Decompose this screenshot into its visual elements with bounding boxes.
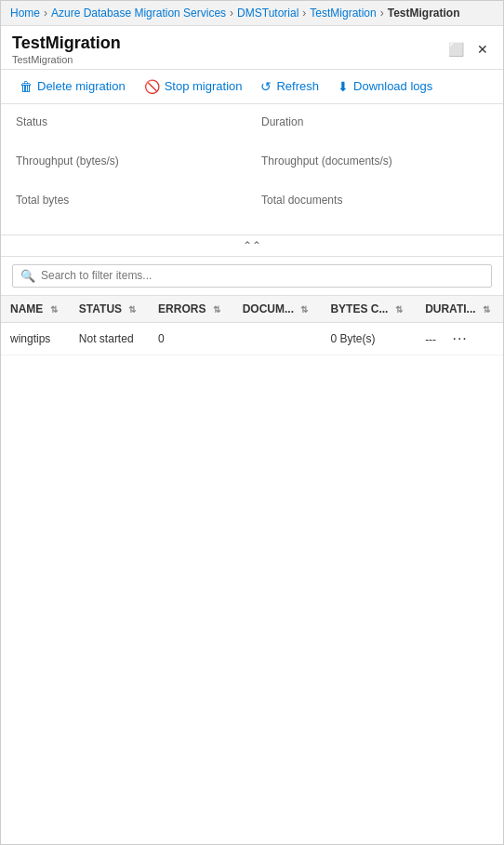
cell-bytes: 0 Byte(s) bbox=[321, 322, 416, 355]
title-content: TestMigration TestMigration bbox=[12, 34, 444, 65]
stat-total-docs-value bbox=[261, 207, 488, 223]
page-title: TestMigration bbox=[12, 34, 444, 54]
col-status[interactable]: STATUS ⇅ bbox=[70, 296, 149, 323]
window-controls: ⬜ ✕ bbox=[444, 40, 492, 59]
stat-throughput-bytes-label: Throughput (bytes/s) bbox=[16, 154, 243, 168]
toolbar: 🗑 Delete migration 🚫 Stop migration ↺ Re… bbox=[1, 70, 503, 104]
breadcrumb: Home › Azure Database Migration Services… bbox=[1, 1, 503, 26]
cell-documents bbox=[233, 322, 322, 355]
search-icon: 🔍 bbox=[20, 269, 35, 283]
breadcrumb-dms[interactable]: Azure Database Migration Services bbox=[51, 7, 226, 20]
stats-section: Status Duration Throughput (bytes/s) Thr… bbox=[1, 104, 503, 235]
sort-bytes-icon: ⇅ bbox=[395, 304, 403, 315]
collapse-button[interactable]: ⌃⌃ bbox=[1, 235, 503, 257]
stat-status-value bbox=[16, 128, 243, 145]
page-subtitle: TestMigration bbox=[12, 54, 444, 65]
table-wrap: NAME ⇅ STATUS ⇅ ERRORS ⇅ DOCUM... ⇅ BYTE… bbox=[1, 296, 503, 355]
stat-duration-label: Duration bbox=[261, 115, 488, 128]
sort-documents-icon: ⇅ bbox=[300, 304, 308, 315]
stat-duration: Duration bbox=[261, 115, 488, 145]
delete-icon: 🗑 bbox=[20, 79, 33, 94]
search-input[interactable] bbox=[41, 269, 484, 282]
table-header-row: NAME ⇅ STATUS ⇅ ERRORS ⇅ DOCUM... ⇅ BYTE… bbox=[1, 296, 503, 323]
stop-label: Stop migration bbox=[165, 79, 243, 93]
stat-duration-value bbox=[261, 128, 488, 145]
stop-migration-button[interactable]: 🚫 Stop migration bbox=[137, 75, 250, 98]
breadcrumb-testmigration[interactable]: TestMigration bbox=[310, 7, 376, 20]
search-input-wrap: 🔍 bbox=[12, 264, 492, 288]
cell-name: wingtips bbox=[1, 322, 70, 355]
stop-icon: 🚫 bbox=[144, 79, 160, 94]
download-label: Download logs bbox=[353, 79, 432, 93]
sort-name-icon: ⇅ bbox=[50, 304, 58, 315]
stat-total-bytes-label: Total bytes bbox=[16, 194, 243, 207]
delete-migration-button[interactable]: 🗑 Delete migration bbox=[12, 75, 133, 98]
stat-status-label: Status bbox=[16, 115, 243, 128]
breadcrumb-sep-4: › bbox=[380, 7, 384, 20]
breadcrumb-home[interactable]: Home bbox=[10, 7, 40, 20]
cell-duration: --- ··· bbox=[416, 322, 503, 355]
breadcrumb-dmstutorial[interactable]: DMSTutorial bbox=[237, 7, 298, 20]
stat-total-bytes: Total bytes bbox=[16, 194, 243, 223]
col-bytes[interactable]: BYTES C... ⇅ bbox=[321, 296, 416, 323]
more-options-button[interactable]: ··· bbox=[448, 330, 471, 347]
download-logs-button[interactable]: ⬇ Download logs bbox=[330, 75, 440, 98]
stat-throughput-bytes: Throughput (bytes/s) bbox=[16, 154, 243, 184]
stat-throughput-docs-label: Throughput (documents/s) bbox=[261, 154, 488, 168]
sort-duration-icon: ⇅ bbox=[483, 304, 490, 315]
breadcrumb-sep-1: › bbox=[44, 7, 47, 20]
breadcrumb-current: TestMigration bbox=[388, 7, 460, 20]
window-restore-button[interactable]: ⬜ bbox=[444, 40, 468, 59]
window-close-button[interactable]: ✕ bbox=[473, 40, 492, 59]
stat-total-docs: Total documents bbox=[261, 194, 488, 223]
stat-total-bytes-value bbox=[16, 207, 243, 223]
sort-errors-icon: ⇅ bbox=[213, 304, 220, 315]
stat-throughput-bytes-value bbox=[16, 168, 243, 184]
download-icon: ⬇ bbox=[338, 79, 349, 94]
breadcrumb-sep-2: › bbox=[230, 7, 233, 20]
col-documents[interactable]: DOCUM... ⇅ bbox=[233, 296, 322, 323]
cell-errors: 0 bbox=[149, 322, 233, 355]
collapse-arrow-icon: ⌃⌃ bbox=[243, 239, 261, 252]
refresh-icon: ↺ bbox=[260, 79, 272, 94]
cell-status: Not started bbox=[70, 322, 149, 355]
migration-table: NAME ⇅ STATUS ⇅ ERRORS ⇅ DOCUM... ⇅ BYTE… bbox=[1, 296, 503, 355]
stat-status: Status bbox=[16, 115, 243, 145]
stat-total-docs-label: Total documents bbox=[261, 194, 488, 207]
col-duration[interactable]: DURATI... ⇅ bbox=[416, 296, 503, 323]
stat-throughput-docs: Throughput (documents/s) bbox=[261, 154, 488, 184]
stat-throughput-docs-value bbox=[261, 168, 488, 184]
col-errors[interactable]: ERRORS ⇅ bbox=[149, 296, 233, 323]
delete-label: Delete migration bbox=[37, 79, 126, 93]
table-row: wingtips Not started 0 0 Byte(s) --- ··· bbox=[1, 322, 503, 355]
title-bar: TestMigration TestMigration ⬜ ✕ bbox=[1, 26, 503, 70]
col-name[interactable]: NAME ⇅ bbox=[1, 296, 70, 323]
stats-grid: Status Duration Throughput (bytes/s) Thr… bbox=[16, 115, 488, 223]
duration-value: --- bbox=[425, 333, 436, 346]
refresh-button[interactable]: ↺ Refresh bbox=[253, 75, 326, 98]
search-bar: 🔍 bbox=[1, 257, 503, 296]
refresh-label: Refresh bbox=[276, 79, 319, 93]
breadcrumb-sep-3: › bbox=[302, 7, 306, 20]
sort-status-icon: ⇅ bbox=[128, 304, 136, 315]
